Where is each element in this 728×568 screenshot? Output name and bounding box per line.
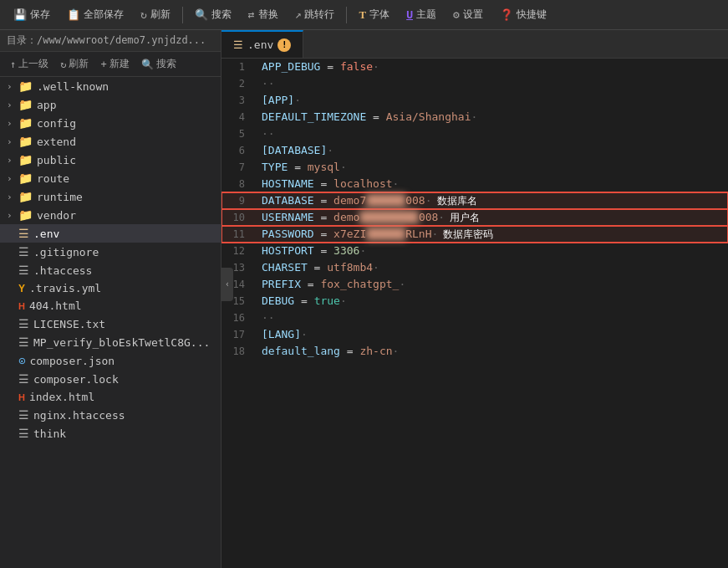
replace-label: 替换 xyxy=(258,8,278,22)
sidebar-item-app[interactable]: › 📁 app xyxy=(0,95,221,114)
sidebar-item-nginx[interactable]: › ☰ nginx.htaccess xyxy=(0,406,221,424)
search-icon: 🔍 xyxy=(195,8,208,21)
nginx-file-icon: ☰ xyxy=(18,408,29,422)
sidebar-item-env[interactable]: › ☰ .env xyxy=(0,224,221,243)
code-line-3: 3 [APP]· xyxy=(221,92,728,109)
git-file-icon: ☰ xyxy=(18,245,29,258)
sidebar-item-composer-lock[interactable]: › ☰ composer.lock xyxy=(0,370,221,388)
sidebar-item-gitignore[interactable]: › ☰ .gitignore xyxy=(0,243,221,261)
code-line-5: 5 ·· xyxy=(221,125,728,142)
sidebar-item-htaccess[interactable]: › ☰ .htaccess xyxy=(0,261,221,279)
save-icon: 💾 xyxy=(13,8,27,21)
sidebar-item-license[interactable]: › ☰ LICENSE.txt xyxy=(0,315,221,333)
sidebar-item-runtime[interactable]: › 📁 runtime xyxy=(0,187,221,206)
sidebar-item-mp-verify[interactable]: › ☰ MP_verify_bloEskTwetlC8G... xyxy=(0,333,221,351)
license-file-icon: ☰ xyxy=(18,317,29,330)
sidebar-refresh-button[interactable]: ↻ 刷新 xyxy=(57,55,92,73)
theme-button[interactable]: U 主题 xyxy=(400,4,443,25)
sidebar-search-button[interactable]: 🔍 搜索 xyxy=(138,55,180,73)
sidebar-collapse-handle[interactable]: ‹ xyxy=(221,268,233,301)
sidebar-item-composer-json[interactable]: › ⊙ composer.json xyxy=(0,351,221,370)
folder-arrow-runtime: › xyxy=(7,192,18,202)
code-line-15: 15 DEBUG = true· xyxy=(221,293,728,310)
divider-2 xyxy=(346,7,347,23)
file-label-404: 404.html xyxy=(29,299,82,312)
folder-icon-public: 📁 xyxy=(18,153,33,166)
replace-button[interactable]: ⇄ 替换 xyxy=(242,4,285,25)
up-button[interactable]: ↑ 上一级 xyxy=(7,55,52,73)
code-line-16: 16 ·· xyxy=(221,310,728,326)
sidebar-item-route[interactable]: › 📁 route xyxy=(0,169,221,187)
save-all-icon: 📋 xyxy=(67,8,80,21)
html-file-icon-index: H xyxy=(18,392,25,402)
file-label-nginx: nginx.htaccess xyxy=(33,409,125,422)
goto-button[interactable]: ↗ 跳转行 xyxy=(288,4,342,25)
sidebar-item-public[interactable]: › 📁 public xyxy=(0,151,221,169)
file-tree: › 📁 .well-known › 📁 app › 📁 config › 📁 e… xyxy=(0,77,221,568)
sidebar-item-well-known[interactable]: › 📁 .well-known xyxy=(0,77,221,95)
refresh-button[interactable]: ↻ 刷新 xyxy=(134,4,177,25)
file-label-license: LICENSE.txt xyxy=(33,318,105,330)
search-label: 搜索 xyxy=(211,8,232,22)
tab-env-label: .env xyxy=(247,38,273,51)
goto-label: 跳转行 xyxy=(304,8,334,22)
html-file-icon-404: H xyxy=(18,301,25,311)
code-area[interactable]: 1 APP_DEBUG = false· 2 ·· 3 [APP]· 4 DEF… xyxy=(221,59,728,568)
file-label-composer-json: composer.json xyxy=(29,355,115,367)
htaccess-file-icon: ☰ xyxy=(18,264,29,277)
sidebar-item-travis[interactable]: › Y .travis.yml xyxy=(0,279,221,297)
sidebar-search-label: 搜索 xyxy=(156,57,176,71)
sidebar-refresh-icon: ↻ xyxy=(60,59,66,70)
save-button[interactable]: 💾 保存 xyxy=(7,4,57,25)
settings-label: 设置 xyxy=(463,8,483,22)
tab-env[interactable]: ☰ .env ! xyxy=(221,30,303,58)
file-label-htaccess: .htaccess xyxy=(33,264,92,277)
goto-icon: ↗ xyxy=(295,8,302,21)
code-line-8: 8 HOSTNAME = localhost· xyxy=(221,176,728,192)
folder-arrow-route: › xyxy=(7,173,18,184)
folder-icon-well-known: 📁 xyxy=(18,79,33,93)
divider-1 xyxy=(182,7,183,23)
shortcuts-button[interactable]: ❓ 快捷键 xyxy=(493,4,553,25)
new-file-button[interactable]: + 新建 xyxy=(97,55,132,73)
code-line-17: 17 [LANG]· xyxy=(221,326,728,343)
code-line-13: 13 CHARSET = utf8mb4· xyxy=(221,259,728,276)
sidebar-item-index-html[interactable]: › H index.html xyxy=(0,388,221,406)
folder-arrow-config: › xyxy=(7,118,18,129)
tab-warning-badge: ! xyxy=(277,38,291,52)
code-line-4: 4 DEFAULT_TIMEZONE = Asia/Shanghai· xyxy=(221,109,728,125)
code-line-2: 2 ·· xyxy=(221,75,728,92)
main-area: 目录：/www/wwwroot/demo7.ynjdzd... ↑ 上一级 ↻ … xyxy=(0,30,728,568)
sidebar-toolbar: ↑ 上一级 ↻ 刷新 + 新建 🔍 搜索 xyxy=(0,52,221,77)
code-line-9: 9 DATABASE = demo7██████008·数据库名 xyxy=(221,192,728,209)
file-label-mp: MP_verify_bloEskTwetlC8G... xyxy=(33,336,210,349)
composer-lock-icon: ☰ xyxy=(18,372,29,386)
font-label: 字体 xyxy=(369,8,389,22)
sidebar-item-extend[interactable]: › 📁 extend xyxy=(0,132,221,151)
save-all-button[interactable]: 📋 全部保存 xyxy=(60,4,130,25)
gear-icon: ⚙ xyxy=(453,8,460,21)
sidebar-item-config[interactable]: › 📁 config xyxy=(0,114,221,132)
code-line-1: 1 APP_DEBUG = false· xyxy=(221,59,728,75)
sidebar-item-vendor[interactable]: › 📁 vendor xyxy=(0,206,221,224)
search-button[interactable]: 🔍 搜索 xyxy=(188,4,238,25)
code-line-12: 12 HOSTPORT = 3306· xyxy=(221,243,728,259)
sidebar-item-404html[interactable]: › H 404.html xyxy=(0,297,221,315)
sidebar-refresh-label: 刷新 xyxy=(69,57,89,71)
code-line-11: 11 PASSWORD = x7eZI██████RLnH·数据库密码 xyxy=(221,226,728,243)
refresh-label: 刷新 xyxy=(150,8,171,22)
file-label-think: think xyxy=(33,427,66,440)
sidebar: 目录：/www/wwwroot/demo7.ynjdzd... ↑ 上一级 ↻ … xyxy=(0,30,221,568)
travis-file-icon: Y xyxy=(18,283,25,294)
toolbar: 💾 保存 📋 全部保存 ↻ 刷新 🔍 搜索 ⇄ 替换 ↗ 跳转行 T 字体 U … xyxy=(0,0,728,30)
code-line-14: 14 PREFIX = fox_chatgpt_· xyxy=(221,276,728,293)
file-label-composer-lock: composer.lock xyxy=(33,373,119,386)
folder-icon-config: 📁 xyxy=(18,116,33,130)
folder-label-config: config xyxy=(37,117,76,130)
folder-label-public: public xyxy=(37,154,76,166)
editor: ☰ .env ! 1 APP_DEBUG = false· 2 ·· 3 xyxy=(221,30,728,568)
up-label: 上一级 xyxy=(18,57,48,71)
settings-button[interactable]: ⚙ 设置 xyxy=(446,4,490,25)
sidebar-item-think[interactable]: › ☰ think xyxy=(0,424,221,443)
font-button[interactable]: T 字体 xyxy=(352,4,396,25)
